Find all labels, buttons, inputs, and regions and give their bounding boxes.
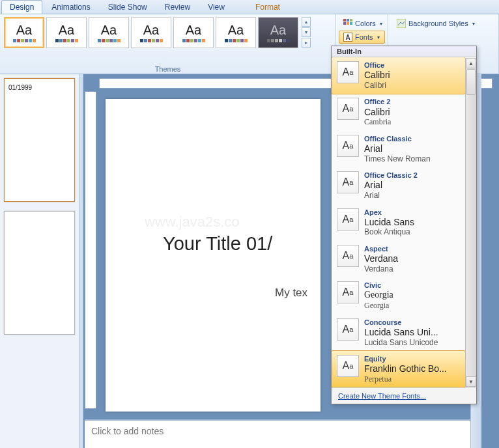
font-theme-office-classic[interactable]: AaOffice ClassicArialTimes New Roman — [332, 131, 465, 167]
fonts-dropdown: Built-In AaOfficeCalibriCalibriAaOffice … — [331, 46, 477, 404]
font-swatch-icon: Aa — [337, 171, 359, 193]
font-text: CivicGeorgiaGeorgia — [364, 281, 393, 310]
fonts-button[interactable]: A Fonts ▾ — [339, 31, 385, 44]
scroll-thumb[interactable] — [466, 69, 476, 95]
scroll-down-icon[interactable]: ▼ — [466, 376, 476, 387]
theme-aa-icon: Aa — [228, 23, 244, 38]
create-theme-fonts-link[interactable]: Create New Theme Fonts... — [332, 387, 476, 404]
font-text: OfficeCalibriCalibri — [364, 61, 390, 90]
slide-thumbnail-2[interactable] — [4, 211, 75, 335]
theme-color-dots — [13, 39, 36, 42]
ribbon-group-themes: AaAaAaAaAaAaAa▴▾▸ Themes — [0, 14, 336, 74]
tab-review[interactable]: Review — [156, 0, 199, 14]
tab-design[interactable]: Design — [1, 0, 42, 14]
slide-thumbnail-1[interactable]: 01/1999 — [4, 78, 75, 202]
svg-rect-0 — [343, 19, 346, 21]
font-text: ConcourseLucida Sans Uni...Lucida Sans U… — [364, 318, 438, 347]
font-text: AspectVerdanaVerdana — [364, 245, 398, 273]
background-styles-button[interactable]: Background Styles ▾ — [392, 17, 494, 30]
theme-color-dots — [225, 39, 248, 42]
background-icon — [397, 19, 406, 28]
font-theme-civic[interactable]: AaCivicGeorgiaGeorgia — [332, 277, 465, 314]
tab-format[interactable]: Format — [247, 0, 289, 14]
font-swatch-icon: Aa — [337, 135, 359, 157]
font-theme-aspect[interactable]: AaAspectVerdanaVerdana — [332, 241, 465, 277]
tab-view[interactable]: View — [199, 0, 233, 14]
colors-label: Colors — [355, 20, 376, 27]
theme-tile-0[interactable]: Aa — [4, 17, 44, 48]
theme-aa-icon: Aa — [16, 23, 32, 38]
font-text: Office 2CalibriCambria — [364, 98, 391, 126]
font-text: Office ClassicArialTimes New Roman — [364, 135, 431, 163]
fonts-dropdown-header: Built-In — [332, 46, 476, 57]
slide-canvas[interactable]: www.java2s.co Your Title 01/ My tex — [106, 99, 321, 412]
font-theme-office[interactable]: AaOfficeCalibriCalibri — [332, 57, 465, 94]
tab-slide-show[interactable]: Slide Show — [100, 0, 156, 14]
theme-tile-2[interactable]: Aa — [89, 17, 129, 48]
themes-gallery: AaAaAaAaAaAaAa▴▾▸ — [3, 16, 333, 49]
gallery-nav-up[interactable]: ▴ — [302, 17, 311, 27]
tab-animations[interactable]: Animations — [43, 0, 98, 14]
chevron-down-icon: ▾ — [380, 21, 382, 27]
slide-title[interactable]: Your Title 01/ — [163, 233, 272, 255]
font-swatch-icon: Aa — [337, 355, 359, 377]
svg-rect-5 — [350, 22, 352, 25]
theme-aa-icon: Aa — [59, 23, 74, 38]
slide-body[interactable]: My tex — [275, 287, 307, 300]
font-theme-concourse[interactable]: AaConcourseLucida Sans Uni...Lucida Sans… — [332, 315, 465, 351]
chevron-down-icon: ▾ — [472, 21, 475, 27]
svg-rect-3 — [343, 22, 346, 25]
font-text: EquityFranklin Gothic Bo...Perpetua — [364, 355, 447, 384]
font-swatch-icon: Aa — [337, 61, 359, 83]
font-text: ApexLucida SansBook Antiqua — [364, 208, 414, 237]
fonts-list: AaOfficeCalibriCalibriAaOffice 2CalibriC… — [332, 57, 465, 387]
scroll-up-icon[interactable]: ▲ — [466, 58, 476, 68]
theme-aa-icon: Aa — [143, 23, 159, 38]
colors-icon — [343, 19, 352, 28]
theme-tile-1[interactable]: Aa — [46, 17, 87, 48]
svg-rect-1 — [347, 19, 349, 21]
theme-aa-icon: Aa — [186, 23, 201, 38]
group-label-themes: Themes — [0, 64, 335, 74]
font-swatch-icon: Aa — [337, 318, 359, 341]
ruler-vertical[interactable] — [85, 91, 96, 409]
svg-rect-4 — [347, 22, 349, 25]
theme-tile-3[interactable]: Aa — [131, 17, 171, 48]
gallery-nav-down[interactable]: ▾ — [302, 27, 311, 37]
fonts-label: Fonts — [355, 33, 373, 41]
font-theme-office-classic-2[interactable]: AaOffice Classic 2ArialArial — [332, 167, 465, 204]
font-theme-office-2[interactable]: AaOffice 2CalibriCambria — [332, 94, 465, 130]
font-theme-equity[interactable]: AaEquityFranklin Gothic Bo...Perpetua — [332, 350, 465, 387]
font-swatch-icon: Aa — [337, 281, 359, 303]
theme-aa-icon: Aa — [270, 23, 286, 38]
gallery-nav-more[interactable]: ▸ — [302, 38, 311, 48]
font-theme-apex[interactable]: AaApexLucida SansBook Antiqua — [332, 204, 465, 241]
watermark-text: www.java2s.co — [145, 214, 240, 231]
chevron-down-icon: ▾ — [377, 35, 380, 40]
theme-tile-5[interactable]: Aa — [216, 17, 256, 48]
notes-pane[interactable]: Click to add notes — [85, 419, 473, 448]
slide-nav-pane: 01/1999 — [0, 74, 79, 448]
fonts-scrollbar[interactable]: ▲ ▼ — [465, 58, 476, 387]
colors-button[interactable]: Colors ▾ — [339, 17, 385, 30]
theme-color-dots — [182, 39, 205, 42]
theme-aa-icon: Aa — [101, 23, 117, 38]
font-swatch-icon: Aa — [337, 98, 359, 120]
background-styles-label: Background Styles — [408, 20, 468, 27]
theme-tile-4[interactable]: Aa — [173, 17, 214, 48]
font-swatch-icon: Aa — [337, 245, 359, 267]
svg-rect-2 — [350, 19, 352, 21]
thumb-title: 01/1999 — [8, 84, 70, 91]
svg-rect-6 — [397, 19, 406, 28]
theme-color-dots — [98, 39, 121, 42]
fonts-icon: A — [343, 33, 352, 42]
theme-color-dots — [55, 39, 78, 42]
ribbon-tabs: Design Animations Slide Show Review View… — [0, 0, 499, 14]
font-swatch-icon: Aa — [337, 208, 359, 231]
font-text: Office Classic 2ArialArial — [364, 171, 418, 200]
theme-tile-6[interactable]: Aa — [258, 17, 298, 48]
theme-color-dots — [140, 39, 163, 42]
theme-color-dots — [267, 39, 290, 42]
